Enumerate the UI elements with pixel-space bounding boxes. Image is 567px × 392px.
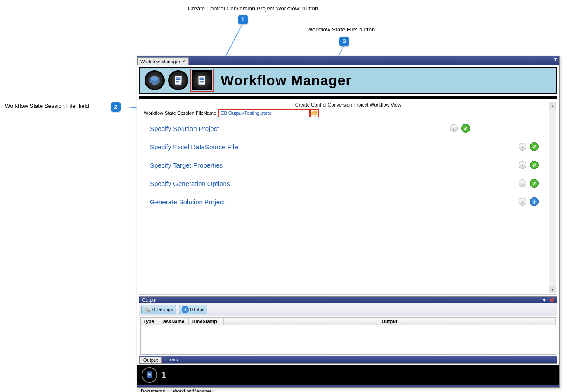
callout-3-label: Workflow State File: button — [307, 26, 375, 33]
step-label[interactable]: Specify Solution Project — [150, 125, 219, 132]
document-tab-bar: Workflow Manager ✕ ▼ — [137, 56, 559, 65]
svg-text:R: R — [179, 80, 182, 85]
svg-rect-11 — [200, 78, 204, 79]
chevron-down-icon[interactable]: ⌄ — [450, 124, 458, 132]
chevron-down-icon[interactable]: ⌄ — [519, 161, 526, 169]
tab-output[interactable]: Output — [139, 357, 162, 363]
infos-filter-button[interactable]: i 0 Infos — [179, 305, 207, 314]
table-header: Type TaskName TimeStamp Output — [141, 318, 556, 325]
workflow-view-title: Create Control Conversion Project Workfl… — [139, 101, 557, 108]
app-window: Workflow Manager ✕ ▼ R Workflow Manager … — [137, 56, 560, 388]
tab-label: Workflow Manager — [140, 59, 180, 64]
footer-document-button[interactable] — [142, 367, 157, 383]
step-label[interactable]: Specify Generation Options — [150, 180, 230, 187]
chevron-down-icon[interactable]: ⌄ — [519, 179, 526, 187]
close-icon[interactable]: ✕ — [182, 59, 186, 64]
step-label[interactable]: Specify Excel DataSource File — [150, 143, 238, 151]
svg-rect-8 — [176, 81, 179, 82]
debugs-filter-button[interactable]: 🔍 0 Debugs — [141, 305, 176, 314]
bottom-tabs: Documents WorkflowManager — [137, 387, 215, 392]
chevron-down-icon[interactable]: ⌄ — [519, 198, 526, 206]
workflow-report-button[interactable]: R — [168, 70, 188, 90]
output-panel: Output ▼ 📌 🔍 0 Debugs i 0 Infos Type Tas… — [139, 296, 557, 364]
file-label: Workflow State Session FileName: — [144, 110, 218, 116]
output-bottom-tabs: Output Errors — [139, 356, 557, 363]
divider — [139, 96, 557, 99]
output-panel-title-bar: Output ▼ 📌 — [139, 297, 557, 303]
col-output[interactable]: Output — [224, 318, 556, 325]
file-row: Workflow State Session FileName: ▾ — [139, 108, 557, 118]
svg-rect-17 — [148, 376, 151, 376]
step-specify-solution-project: Specify Solution Project ⌄ ✓ — [150, 124, 546, 133]
file-dropdown-icon[interactable]: ▾ — [320, 109, 324, 117]
svg-rect-16 — [148, 374, 151, 375]
col-type[interactable]: Type — [141, 318, 158, 325]
check-icon: ✓ — [530, 179, 539, 188]
scroll-down-icon[interactable]: ▾ — [549, 286, 556, 293]
footer-number: 1 — [162, 371, 166, 380]
workflow-state-file-browse-button[interactable] — [310, 109, 319, 117]
svg-rect-6 — [176, 78, 181, 79]
check-icon: ✓ — [461, 124, 470, 133]
pin-icon[interactable]: 📌 — [549, 298, 554, 303]
chevron-down-icon[interactable]: ⌄ — [519, 143, 526, 151]
check-icon: ✓ — [530, 161, 539, 169]
col-timestamp[interactable]: TimeStamp — [189, 318, 224, 325]
debugs-label: 0 Debugs — [152, 307, 173, 312]
create-control-conversion-workflow-button[interactable] — [192, 70, 212, 90]
callout-1-label: Create Control Conversion Project Workfl… — [188, 5, 318, 12]
banner-title: Workflow Manager — [221, 72, 352, 89]
svg-rect-13 — [200, 81, 204, 82]
svg-rect-12 — [200, 79, 204, 80]
scroll-up-icon[interactable]: ▴ — [549, 102, 556, 109]
tab-workflow-manager[interactable]: Workflow Manager ✕ — [137, 57, 189, 65]
infos-label: 0 Infos — [190, 307, 204, 312]
tab-workflowmanager[interactable]: WorkflowManager — [169, 387, 215, 392]
workflow-steps: Specify Solution Project ⌄ ✓ Specify Exc… — [139, 118, 557, 222]
svg-rect-14 — [147, 372, 152, 378]
check-icon: ✓ — [530, 142, 539, 151]
footer-bar: 1 — [137, 365, 559, 385]
output-toolbar: 🔍 0 Debugs i 0 Infos — [139, 303, 557, 316]
tab-errors[interactable]: Errors — [162, 357, 182, 363]
step-label[interactable]: Specify Target Properties — [150, 162, 223, 169]
callout-3-badge: 3 — [339, 37, 349, 46]
svg-rect-15 — [148, 373, 151, 373]
workflow-package-button[interactable] — [145, 70, 165, 90]
callout-1-badge: 1 — [238, 15, 248, 24]
banner: R Workflow Manager — [139, 67, 557, 94]
debug-icon: 🔍 — [144, 306, 151, 313]
callout-2-badge: 2 — [111, 102, 121, 112]
step-specify-target-properties: Specify Target Properties ⌄ ✓ — [150, 161, 546, 169]
tab-bar-dropdown-icon[interactable]: ▼ — [553, 57, 557, 62]
col-taskname[interactable]: TaskName — [158, 318, 189, 325]
step-generate-solution-project: Generate Solution Project ⌄ i — [150, 197, 546, 206]
workflow-view: Create Control Conversion Project Workfl… — [139, 101, 557, 295]
callout-2-label: Workflow State Session File: field — [5, 103, 89, 109]
panel-dropdown-icon[interactable]: ▼ — [542, 298, 546, 303]
info-icon: i — [530, 197, 539, 206]
output-table: Type TaskName TimeStamp Output — [140, 317, 556, 355]
tab-documents[interactable]: Documents — [137, 387, 169, 392]
workflow-state-file-input[interactable] — [218, 109, 309, 117]
info-icon: i — [182, 306, 189, 313]
step-specify-generation-options: Specify Generation Options ⌄ ✓ — [150, 179, 546, 188]
step-specify-excel-datasource: Specify Excel DataSource File ⌄ ✓ — [150, 142, 546, 151]
scrollbar[interactable]: ▴ ▾ — [549, 102, 556, 293]
output-title-label: Output — [142, 297, 156, 303]
step-label[interactable]: Generate Solution Project — [150, 198, 225, 206]
